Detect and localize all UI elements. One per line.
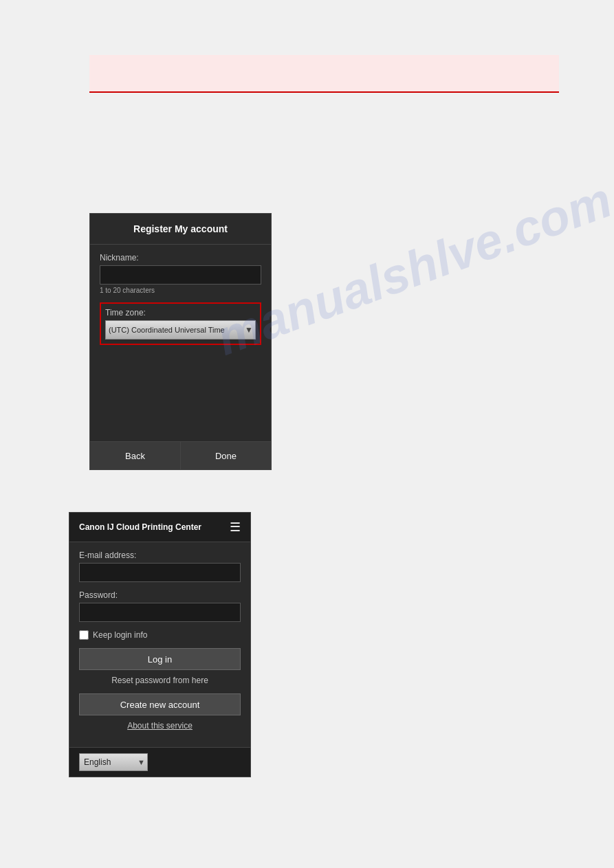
timezone-section: Time zone: (UTC) Coordinated Universal T… xyxy=(100,302,261,345)
login-dialog: Canon IJ Cloud Printing Center ☰ E-mail … xyxy=(69,512,251,777)
login-button[interactable]: Log in xyxy=(79,648,241,670)
password-input[interactable] xyxy=(79,603,241,622)
login-header-title: Canon IJ Cloud Printing Center xyxy=(79,522,201,532)
back-button[interactable]: Back xyxy=(90,442,181,469)
email-input[interactable] xyxy=(79,563,241,582)
hamburger-icon[interactable]: ☰ xyxy=(230,520,241,535)
register-dialog-footer: Back Done xyxy=(90,441,271,469)
login-body: E-mail address: Password: Keep login inf… xyxy=(69,542,250,747)
register-dialog-spacer xyxy=(90,359,271,441)
about-service-link[interactable]: About this service xyxy=(79,721,241,731)
nickname-hint: 1 to 20 characters xyxy=(100,287,261,294)
register-dialog-title: Register My account xyxy=(90,214,271,245)
nickname-label: Nickname: xyxy=(100,253,261,263)
register-dialog: Register My account Nickname: 1 to 20 ch… xyxy=(89,213,272,470)
language-select[interactable]: English Japanese French German Spanish xyxy=(79,753,148,771)
reset-password-link[interactable]: Reset password from here xyxy=(79,676,241,685)
done-button[interactable]: Done xyxy=(181,442,271,469)
keep-login-row: Keep login info xyxy=(79,630,241,640)
keep-login-checkbox[interactable] xyxy=(79,630,89,640)
top-banner xyxy=(89,55,559,93)
timezone-select-wrapper: (UTC) Coordinated Universal Time (UTC-12… xyxy=(105,320,256,340)
create-account-button[interactable]: Create new account xyxy=(79,693,241,715)
language-footer: English Japanese French German Spanish ▼ xyxy=(69,747,250,777)
register-dialog-body: Nickname: 1 to 20 characters Time zone: … xyxy=(90,245,271,359)
nickname-input[interactable] xyxy=(100,265,261,285)
login-header: Canon IJ Cloud Printing Center ☰ xyxy=(69,513,250,542)
timezone-select[interactable]: (UTC) Coordinated Universal Time (UTC-12… xyxy=(105,320,256,340)
language-select-wrapper: English Japanese French German Spanish ▼ xyxy=(79,753,148,771)
timezone-label: Time zone: xyxy=(105,308,256,318)
keep-login-label: Keep login info xyxy=(93,630,147,640)
password-label: Password: xyxy=(79,590,241,600)
email-label: E-mail address: xyxy=(79,550,241,560)
